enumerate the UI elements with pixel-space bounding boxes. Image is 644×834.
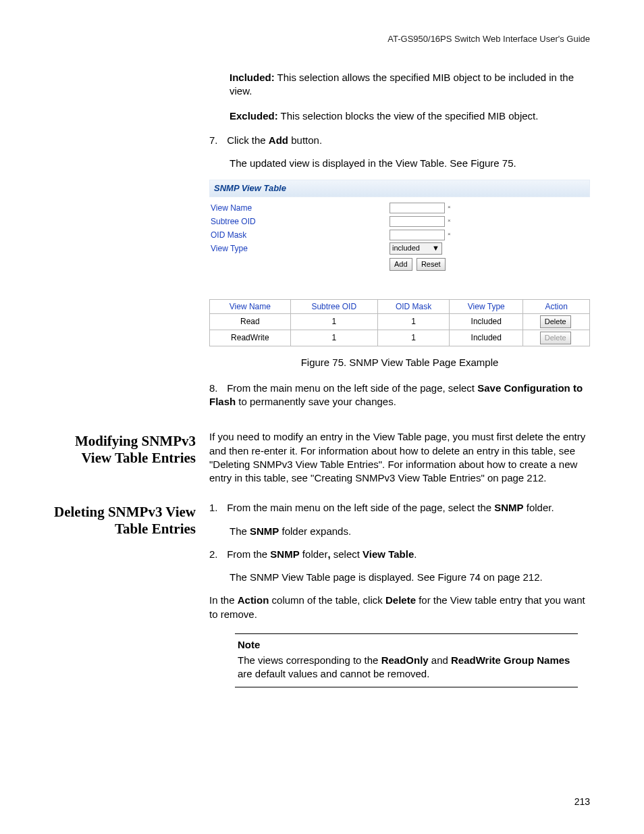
table-row: ReadWrite 1 1 Included Delete — [210, 330, 590, 346]
col-action: Action — [523, 299, 590, 313]
note-block: Note The views corresponding to the Read… — [235, 633, 578, 687]
clear-icon[interactable]: × — [448, 217, 451, 225]
included-label: Included: — [230, 72, 275, 83]
page-number: 213 — [574, 796, 590, 807]
excluded-label: Excluded: — [230, 110, 278, 122]
excluded-paragraph: Excluded: This selection blocks the view… — [230, 109, 590, 123]
excluded-text: This selection blocks the view of the sp… — [278, 110, 539, 122]
view-name-input[interactable] — [390, 203, 445, 213]
figure-75-panel: SNMP View Table View Name × Subtree OID … — [209, 180, 590, 346]
note-label: Note — [238, 638, 575, 652]
subtree-oid-input[interactable] — [390, 216, 445, 227]
view-name-label: View Name — [211, 203, 390, 213]
oid-mask-label: OID Mask — [211, 230, 390, 240]
view-type-label: View Type — [211, 243, 390, 254]
included-text: This selection allows the specified MIB … — [230, 72, 574, 97]
step-7-number: 7. — [209, 134, 224, 147]
chevron-down-icon: ▼ — [432, 243, 439, 253]
step-8-number: 8. — [209, 382, 224, 395]
view-table: View Name Subtree OID OID Mask View Type… — [209, 299, 590, 346]
note-body: The views corresponding to the ReadOnly … — [238, 654, 575, 681]
clear-icon[interactable]: × — [448, 231, 451, 238]
step-7: 7. Click the Add button. — [209, 134, 590, 147]
deleting-action-paragraph: In the Action column of the table, click… — [209, 594, 590, 621]
view-type-value: included — [392, 243, 420, 253]
subtree-oid-label: Subtree OID — [211, 216, 390, 227]
step-7-follow: The updated view is displayed in the Vie… — [230, 157, 590, 170]
document-header: AT-GS950/16PS Switch Web Interface User'… — [54, 34, 590, 44]
col-subtree-oid: Subtree OID — [290, 299, 377, 313]
step-8-line: From the main menu on the left side of t… — [209, 382, 583, 407]
table-row: Read 1 1 Included Delete — [210, 313, 590, 330]
deleting-step-1: 1. From the main menu on the left side o… — [209, 501, 590, 515]
clear-icon[interactable]: × — [448, 204, 451, 211]
deleting-step-1-follow: The SNMP folder expands. — [230, 525, 590, 538]
included-paragraph: Included: This selection allows the spec… — [230, 71, 590, 99]
step-7-line: Click the Add button. — [227, 134, 322, 146]
delete-button[interactable]: Delete — [540, 315, 571, 328]
oid-mask-input[interactable] — [390, 230, 445, 240]
deleting-step-2-number: 2. — [209, 548, 224, 561]
figure-panel-title: SNMP View Table — [209, 180, 590, 197]
delete-button-disabled: Delete — [540, 332, 571, 344]
view-type-dropdown[interactable]: included ▼ — [390, 242, 442, 255]
add-button[interactable]: Add — [390, 258, 412, 271]
step-8: 8. From the main menu on the left side o… — [209, 382, 590, 409]
deleting-step-1-number: 1. — [209, 501, 224, 515]
col-view-name: View Name — [210, 299, 291, 313]
col-oid-mask: OID Mask — [377, 299, 449, 313]
modifying-heading: Modifying SNMPv3 View Table Entries — [54, 433, 196, 467]
deleting-step-2-follow: The SNMP View Table page is displayed. S… — [230, 571, 590, 584]
col-view-type: View Type — [450, 299, 523, 313]
modifying-body: If you need to modify an entry in the Vi… — [209, 430, 590, 485]
deleting-heading: Deleting SNMPv3 View Table Entries — [54, 504, 196, 538]
deleting-step-2: 2. From the SNMP folder, select View Tab… — [209, 548, 590, 561]
reset-button[interactable]: Reset — [417, 258, 446, 271]
figure-75-caption: Figure 75. SNMP View Table Page Example — [209, 356, 590, 369]
